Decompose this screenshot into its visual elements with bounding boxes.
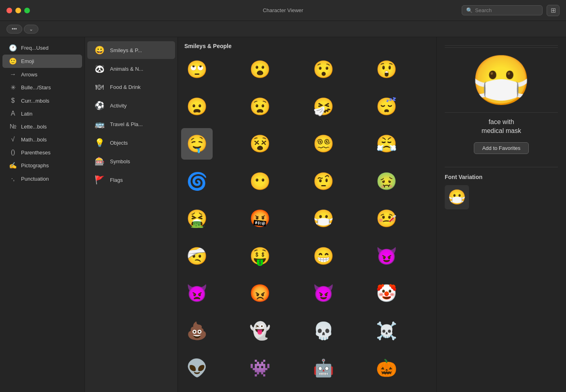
category-label-objects: Objects	[110, 140, 128, 146]
category-item-objects[interactable]: 💡 Objects	[87, 134, 175, 152]
category-item-animals[interactable]: 🐼 Animals & N...	[87, 60, 175, 78]
search-box: 🔍	[462, 5, 543, 15]
sidebar-item-emoji[interactable]: 🙂 Emoji	[2, 55, 82, 68]
sidebar-icon-latin: A	[9, 110, 17, 117]
sidebar-icon-letter-symbols: №	[9, 123, 17, 130]
emoji-cell[interactable]: 💀	[308, 315, 339, 346]
emoji-cell[interactable]: 🤮	[181, 203, 213, 234]
chevron-button[interactable]: ⌄	[24, 25, 38, 34]
sidebar-item-latin[interactable]: A Latin	[2, 107, 82, 120]
sidebar-item-math[interactable]: √ Math...bols	[2, 133, 82, 146]
emoji-cell[interactable]: 😵‍💫	[308, 128, 339, 160]
emoji-cell[interactable]: 😈	[308, 278, 339, 309]
sidebar-item-bullets-stars[interactable]: ✳ Bulle.../Stars	[2, 81, 82, 94]
sidebar-icon-pictographs: ✍	[9, 162, 17, 169]
emoji-cell[interactable]: 🤒	[371, 203, 402, 234]
sidebar-item-parentheses[interactable]: () Parentheses	[2, 146, 82, 159]
sidebar-icon-math: √	[9, 136, 17, 143]
emoji-cell[interactable]: 🤢	[371, 165, 402, 197]
emoji-cell[interactable]: 😯	[308, 53, 339, 85]
sidebar-icon-arrows: →	[9, 71, 17, 78]
category-icon-smileys: 😀	[94, 45, 105, 55]
category-icon-food: 🍽	[94, 82, 105, 92]
emoji-cell[interactable]: 🙄	[181, 53, 213, 85]
emoji-cell[interactable]: 🤖	[308, 352, 339, 384]
emoji-cell[interactable]: 😤	[371, 128, 402, 160]
dots-nav-button[interactable]: •••	[6, 25, 22, 34]
close-button[interactable]	[6, 8, 12, 13]
emoji-cell[interactable]: 👾	[244, 352, 276, 384]
sidebar-icon-parentheses: ()	[9, 149, 17, 156]
sidebar-label-pictographs: Pictographs	[21, 162, 49, 169]
search-icon: 🔍	[466, 7, 473, 13]
category-item-flags[interactable]: 🚩 Flags	[87, 171, 175, 189]
emoji-cell[interactable]: 🤑	[244, 240, 276, 272]
emoji-cell[interactable]: 🤧	[308, 91, 339, 122]
emoji-cell[interactable]: 🤕	[181, 240, 213, 272]
category-item-food[interactable]: 🍽 Food & Drink	[87, 78, 175, 96]
emoji-cell[interactable]: 😴	[371, 91, 402, 122]
emoji-cell[interactable]: 😁	[308, 240, 339, 272]
emoji-cell[interactable]: 😧	[244, 91, 276, 122]
category-panel: 😀 Smileys & P... 🐼 Animals & N... 🍽 Food…	[85, 37, 178, 392]
sidebar-icon-punctuation: ·,	[9, 175, 17, 182]
add-to-favorites-button[interactable]: Add to Favorites	[474, 142, 529, 154]
emoji-cell[interactable]: 🤨	[308, 165, 339, 197]
emoji-cell[interactable]: 😮	[244, 53, 276, 85]
emoji-cell[interactable]: 🤬	[244, 203, 276, 234]
grid-view-button[interactable]: ⊞	[547, 5, 560, 16]
emoji-cell[interactable]: 😈	[371, 240, 402, 272]
sidebar-item-currency[interactable]: $ Curr...mbols	[2, 94, 82, 107]
toolbar-right: 🔍 ⊞	[462, 5, 560, 16]
emoji-cell[interactable]: 👻	[244, 315, 276, 346]
grid-icon: ⊞	[551, 6, 556, 14]
emoji-cell[interactable]: 😲	[371, 53, 402, 85]
emoji-cell[interactable]: 👽	[181, 352, 213, 384]
emoji-cell[interactable]: 😵	[244, 128, 276, 160]
category-label-flags: Flags	[110, 177, 123, 183]
maximize-button[interactable]	[24, 8, 30, 13]
emoji-cell[interactable]: 😶	[244, 165, 276, 197]
category-item-activity[interactable]: ⚽ Activity	[87, 97, 175, 114]
emoji-cell[interactable]: ☠️	[371, 315, 402, 346]
category-icon-symbols: 🎰	[94, 156, 105, 166]
category-icon-flags: 🚩	[94, 175, 105, 185]
emoji-cell[interactable]: 🎃	[371, 352, 402, 384]
sidebar-item-letter-symbols[interactable]: № Lette...bols	[2, 120, 82, 133]
emoji-cell[interactable]: 👿	[181, 278, 213, 309]
emoji-grid-panel: Smileys & People 🙄😮😯😲😦😧🤧😴🤤😵😵‍💫😤🌀😶🤨🤢🤮🤬😷🤒🤕…	[178, 37, 437, 392]
category-label-activity: Activity	[110, 103, 127, 109]
font-variation-cell[interactable]: 😷	[445, 185, 469, 209]
category-label-symbols: Symbols	[110, 158, 130, 164]
main-content: 🕐 Freq...Used 🙂 Emoji → Arrows ✳ Bulle..…	[0, 37, 566, 392]
category-label-smileys: Smileys & P...	[110, 47, 142, 53]
emoji-cell[interactable]: 😡	[244, 278, 276, 309]
category-item-symbols[interactable]: 🎰 Symbols	[87, 152, 175, 170]
sidebar-label-freq-used: Freq...Used	[21, 45, 49, 51]
sidebar-item-arrows[interactable]: → Arrows	[2, 68, 82, 81]
minimize-button[interactable]	[15, 8, 21, 13]
emoji-cell[interactable]: 😷	[308, 203, 339, 234]
sidebar-label-math: Math...bols	[21, 137, 47, 143]
sidebar-item-freq-used[interactable]: 🕐 Freq...Used	[2, 41, 82, 55]
detail-emoji-large: 😷	[471, 56, 532, 104]
chevron-icon: ⌄	[29, 26, 33, 32]
emoji-cell[interactable]: 🤡	[371, 278, 402, 309]
category-label-animals: Animals & N...	[110, 66, 143, 72]
emoji-cell[interactable]: 🤤	[181, 128, 213, 160]
emoji-cell[interactable]: 😦	[181, 91, 213, 122]
category-icon-travel: 🚌	[94, 119, 105, 129]
window-title: Character Viewer	[263, 7, 303, 13]
title-bar: Character Viewer 🔍 ⊞	[0, 0, 566, 21]
sidebar-item-pictographs[interactable]: ✍ Pictographs	[2, 159, 82, 172]
emoji-cell[interactable]: 💩	[181, 315, 213, 346]
emoji-cell[interactable]: 🌀	[181, 165, 213, 197]
category-item-smileys[interactable]: 😀 Smileys & P...	[87, 41, 175, 59]
search-input[interactable]	[475, 7, 538, 13]
sidebar-icon-emoji: 🙂	[9, 57, 17, 65]
emoji-grid: 🙄😮😯😲😦😧🤧😴🤤😵😵‍💫😤🌀😶🤨🤢🤮🤬😷🤒🤕🤑😁😈👿😡😈🤡💩👻💀☠️👽👾🤖🎃	[178, 53, 436, 392]
sidebar-item-punctuation[interactable]: ·, Punctuation	[2, 172, 82, 185]
sidebar-label-parentheses: Parentheses	[21, 150, 51, 156]
category-label-food: Food & Drink	[110, 84, 141, 90]
category-item-travel[interactable]: 🚌 Travel & Pla...	[87, 115, 175, 133]
